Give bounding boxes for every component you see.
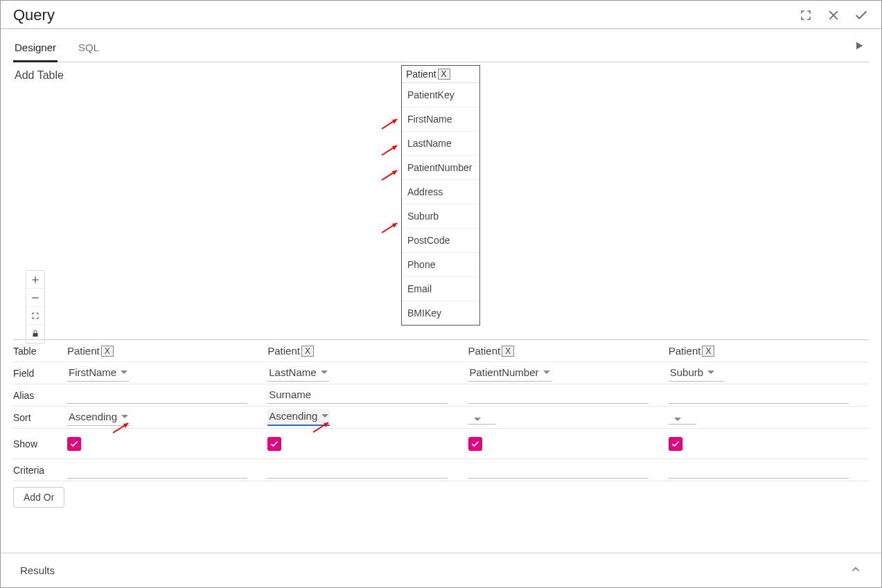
svg-line-4 xyxy=(382,170,397,180)
close-icon[interactable] xyxy=(826,8,841,23)
canvas-toolbox xyxy=(26,270,45,344)
fit-screen-icon[interactable] xyxy=(26,307,44,325)
svg-marker-3 xyxy=(392,145,397,150)
annotation-arrow-icon xyxy=(380,116,400,130)
sort-select[interactable]: Ascending xyxy=(67,409,130,426)
tab-bar: Designer SQL xyxy=(13,29,869,62)
table-card-close-button[interactable]: X xyxy=(438,69,450,80)
annotation-arrow-icon xyxy=(380,143,400,157)
chevron-down-icon xyxy=(321,371,328,374)
chevron-up-icon xyxy=(849,563,862,578)
field-select[interactable]: FirstName xyxy=(67,365,129,382)
svg-line-0 xyxy=(382,119,397,129)
svg-marker-5 xyxy=(392,170,397,175)
header-actions xyxy=(798,8,869,23)
row-label-alias: Alias xyxy=(13,387,67,404)
add-table-button[interactable]: Add Table xyxy=(15,69,64,82)
table-field[interactable]: Email xyxy=(402,277,479,301)
table-field[interactable]: PostCode xyxy=(402,229,479,253)
add-or-button[interactable]: Add Or xyxy=(13,487,64,508)
grid-row-add-or: Add Or xyxy=(13,481,869,509)
criteria-grid: Table PatientX PatientX PatientX Patient… xyxy=(13,339,869,509)
chip-remove-button[interactable]: X xyxy=(101,346,114,357)
header: Query xyxy=(1,1,881,29)
confirm-icon[interactable] xyxy=(854,8,869,23)
chevron-down-icon xyxy=(543,371,550,374)
chip-remove-button[interactable]: X xyxy=(301,346,314,357)
chip-remove-button[interactable]: X xyxy=(702,346,714,357)
zoom-out-icon[interactable] xyxy=(26,289,44,307)
alias-input[interactable] xyxy=(669,387,849,404)
tab-designer[interactable]: Designer xyxy=(13,36,58,62)
table-field[interactable]: Address xyxy=(402,180,479,204)
row-label-show: Show xyxy=(13,436,67,452)
svg-line-6 xyxy=(382,223,397,233)
grid-row-table: Table PatientX PatientX PatientX Patient… xyxy=(13,340,869,362)
row-label-sort: Sort xyxy=(13,409,67,426)
sort-select[interactable]: Ascending xyxy=(267,409,330,426)
alias-input[interactable] xyxy=(267,387,448,404)
grid-row-field: Field FirstName LastName PatientNumber S… xyxy=(13,362,869,384)
criteria-input[interactable] xyxy=(468,462,649,479)
annotation-arrow-icon xyxy=(380,220,400,234)
designer-canvas[interactable]: Add Table Patient X PatientKey FirstName… xyxy=(13,62,869,339)
svg-marker-1 xyxy=(392,119,397,124)
table-field[interactable]: BMIKey xyxy=(402,301,479,325)
chevron-down-icon xyxy=(707,371,714,374)
table-chip: PatientX xyxy=(67,345,114,357)
results-panel-toggle[interactable]: Results xyxy=(1,553,881,587)
row-label-table: Table xyxy=(13,343,67,359)
svg-marker-7 xyxy=(392,223,397,228)
query-window: Query Designer SQL Add Table Patient xyxy=(0,0,882,588)
table-chip: PatientX xyxy=(267,345,314,357)
table-field[interactable]: Phone xyxy=(402,253,479,277)
tabs: Designer SQL xyxy=(13,29,100,62)
criteria-input[interactable] xyxy=(267,462,448,479)
table-field[interactable]: FirstName xyxy=(402,107,479,132)
grid-row-alias: Alias xyxy=(13,384,869,407)
field-select[interactable]: PatientNumber xyxy=(468,365,552,382)
show-checkbox[interactable] xyxy=(669,437,682,451)
grid-row-sort: Sort Ascending Ascending xyxy=(13,407,869,429)
table-field[interactable]: PatientKey xyxy=(402,83,479,107)
annotation-arrow-icon xyxy=(380,168,400,181)
table-card-title: Patient xyxy=(406,69,436,80)
criteria-input[interactable] xyxy=(67,462,247,479)
field-select[interactable]: Suburb xyxy=(669,365,724,382)
grid-row-criteria: Criteria xyxy=(13,459,869,481)
table-card-patient[interactable]: Patient X PatientKey FirstName LastName … xyxy=(401,65,480,326)
table-field[interactable]: PatientNumber xyxy=(402,156,479,180)
fullscreen-icon[interactable] xyxy=(798,8,813,23)
lock-icon[interactable] xyxy=(26,325,44,343)
criteria-input[interactable] xyxy=(669,462,849,479)
svg-line-2 xyxy=(382,145,397,155)
sort-select[interactable] xyxy=(669,416,696,425)
window-title: Query xyxy=(13,6,55,24)
table-field[interactable]: LastName xyxy=(402,132,479,156)
row-label-criteria: Criteria xyxy=(13,462,67,479)
run-icon[interactable] xyxy=(854,38,869,53)
sort-select[interactable] xyxy=(468,416,496,425)
chevron-down-icon xyxy=(474,418,481,421)
grid-row-show: Show xyxy=(13,429,869,459)
table-field[interactable]: Suburb xyxy=(402,204,479,229)
table-chip: PatientX xyxy=(468,345,515,357)
field-select[interactable]: LastName xyxy=(267,365,328,382)
alias-input[interactable] xyxy=(67,387,247,404)
table-chip: PatientX xyxy=(669,345,715,357)
chevron-down-icon xyxy=(121,371,127,374)
chevron-down-icon xyxy=(321,414,328,418)
alias-input[interactable] xyxy=(468,387,649,404)
chevron-down-icon xyxy=(121,415,128,418)
show-checkbox[interactable] xyxy=(267,437,281,451)
show-checkbox[interactable] xyxy=(468,437,482,451)
zoom-in-icon[interactable] xyxy=(26,271,44,289)
chip-remove-button[interactable]: X xyxy=(502,346,514,357)
table-card-header: Patient X xyxy=(402,66,479,83)
row-label-field: Field xyxy=(13,365,67,382)
show-checkbox[interactable] xyxy=(67,437,81,451)
results-label: Results xyxy=(20,564,55,576)
tab-sql[interactable]: SQL xyxy=(77,36,100,62)
chevron-down-icon xyxy=(674,418,681,421)
svg-rect-8 xyxy=(33,333,38,337)
